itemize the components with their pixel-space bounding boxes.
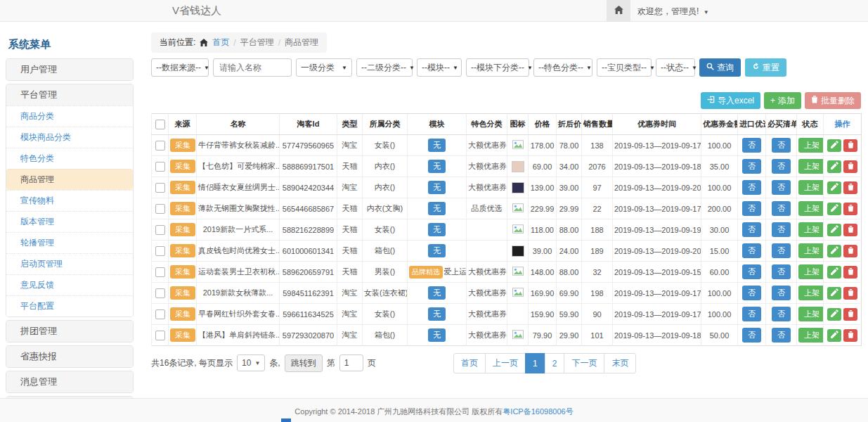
status-button[interactable]: 上架 <box>798 138 824 153</box>
row-checkbox[interactable] <box>155 141 165 151</box>
edit-button[interactable] <box>827 203 841 215</box>
status-button[interactable]: 上架 <box>798 243 824 258</box>
must-buy-toggle-button[interactable]: 否 <box>772 243 791 258</box>
delete-button[interactable] <box>843 329 857 342</box>
import-toggle-button[interactable]: 否 <box>742 138 761 153</box>
must-buy-toggle-button[interactable]: 否 <box>772 159 791 174</box>
breadcrumb-home-link[interactable]: 首页 <box>212 37 229 49</box>
import-toggle-button[interactable]: 否 <box>742 159 761 174</box>
must-buy-toggle-button[interactable]: 否 <box>772 307 791 321</box>
delete-button[interactable] <box>843 160 857 173</box>
home-button[interactable] <box>607 0 630 21</box>
import-toggle-button[interactable]: 否 <box>742 328 761 343</box>
status-button[interactable]: 上架 <box>798 286 824 300</box>
page-number-button[interactable]: 1 <box>525 353 545 373</box>
import-toggle-button[interactable]: 否 <box>742 243 761 258</box>
sidebar-item-version-mgmt[interactable]: 版本管理 <box>6 211 133 232</box>
row-checkbox[interactable] <box>155 309 165 319</box>
icp-link[interactable]: 粤ICP备16098006号 <box>503 407 573 416</box>
edit-button[interactable] <box>827 308 841 321</box>
sidebar-item-user-mgmt[interactable]: 用户管理 <box>6 59 133 80</box>
row-checkbox[interactable] <box>155 204 165 214</box>
sidebar-item-saving-express[interactable]: 省惠快报 <box>6 346 133 367</box>
import-toggle-button[interactable]: 否 <box>742 307 761 321</box>
must-buy-toggle-button[interactable]: 否 <box>772 264 791 279</box>
page-next-button[interactable]: 下一页 <box>564 353 604 373</box>
edit-button[interactable] <box>827 224 841 236</box>
batch-delete-button[interactable]: 批量删除 <box>805 92 861 109</box>
delete-button[interactable] <box>843 266 857 279</box>
status-button[interactable]: 上架 <box>798 222 824 237</box>
must-buy-toggle-button[interactable]: 否 <box>772 201 791 216</box>
status-button[interactable]: 上架 <box>798 307 824 321</box>
row-checkbox[interactable] <box>155 183 165 193</box>
must-buy-toggle-button[interactable]: 否 <box>772 138 791 153</box>
page-last-button[interactable]: 末页 <box>604 353 636 373</box>
edit-button[interactable] <box>827 266 841 279</box>
jump-button[interactable]: 跳转到 <box>285 354 323 372</box>
import-toggle-button[interactable]: 否 <box>742 286 761 300</box>
sidebar-item-feature-category[interactable]: 特色分类 <box>6 148 133 169</box>
delete-button[interactable] <box>843 203 857 215</box>
sidebar-item-goods-category[interactable]: 商品分类 <box>6 106 133 127</box>
page-prev-button[interactable]: 上一页 <box>485 353 526 373</box>
sidebar-item-message-mgmt[interactable]: 消息管理 <box>6 371 133 392</box>
reset-button[interactable]: 重置 <box>745 58 786 77</box>
status-button[interactable]: 上架 <box>798 264 824 279</box>
import-toggle-button[interactable]: 否 <box>742 180 761 195</box>
must-buy-toggle-button[interactable]: 否 <box>772 328 791 343</box>
sidebar-item-platform-config[interactable]: 平台配置 <box>6 295 133 316</box>
query-button[interactable]: 查询 <box>699 58 741 77</box>
edit-button[interactable] <box>827 181 841 194</box>
row-checkbox[interactable] <box>155 162 165 172</box>
user-menu[interactable]: 欢迎您，管理员! ▼ <box>637 6 709 18</box>
sidebar-item-module-goods-category[interactable]: 模块商品分类 <box>6 127 133 148</box>
sidebar-item-splash-mgmt[interactable]: 启动页管理 <box>6 253 133 274</box>
add-button[interactable]: + 添加 <box>764 92 801 109</box>
import-toggle-button[interactable]: 否 <box>742 264 761 279</box>
delete-button[interactable] <box>843 224 857 236</box>
edit-button[interactable] <box>827 287 841 300</box>
status-button[interactable]: 上架 <box>798 328 824 343</box>
delete-button[interactable] <box>843 245 857 257</box>
row-checkbox[interactable] <box>155 288 165 298</box>
row-checkbox[interactable] <box>155 331 165 340</box>
status-button[interactable]: 上架 <box>798 180 824 195</box>
row-checkbox[interactable] <box>155 246 165 256</box>
page-jump-input[interactable] <box>339 354 363 371</box>
status-filter[interactable]: --状态--▼ <box>656 58 695 77</box>
status-button[interactable]: 上架 <box>798 201 824 216</box>
status-button[interactable]: 上架 <box>798 159 824 174</box>
select-all-checkbox[interactable] <box>155 120 165 129</box>
edit-button[interactable] <box>827 139 841 152</box>
import-toggle-button[interactable]: 否 <box>742 222 761 237</box>
must-buy-toggle-button[interactable]: 否 <box>772 286 791 300</box>
sidebar-item-feedback[interactable]: 意见反馈 <box>6 274 133 295</box>
import-toggle-button[interactable]: 否 <box>742 201 761 216</box>
source-filter[interactable]: --数据来源--▼ <box>151 58 209 77</box>
page-number-button[interactable]: 2 <box>545 353 565 373</box>
delete-button[interactable] <box>843 139 857 152</box>
edit-button[interactable] <box>827 329 841 342</box>
page-first-button[interactable]: 首页 <box>453 353 486 373</box>
feature-category-filter[interactable]: --特色分类--▼ <box>533 58 592 77</box>
sidebar-item-goods-mgmt[interactable]: 商品管理 <box>6 169 133 190</box>
sidebar-item-group-buy-mgmt[interactable]: 拼团管理 <box>6 321 133 342</box>
row-checkbox[interactable] <box>155 225 165 235</box>
per-page-select[interactable]: 10 ▼ <box>237 354 265 371</box>
delete-button[interactable] <box>843 287 857 300</box>
edit-button[interactable] <box>827 160 841 173</box>
sidebar-item-carousel-mgmt[interactable]: 轮播管理 <box>6 232 133 253</box>
module-sub-filter[interactable]: --模块下分类--▼ <box>466 58 529 77</box>
module-filter[interactable]: --模块--▼ <box>417 58 462 77</box>
level1-category-filter[interactable]: 一级分类▼ <box>296 58 352 77</box>
edit-button[interactable] <box>827 245 841 257</box>
delete-button[interactable] <box>843 308 857 321</box>
row-checkbox[interactable] <box>155 267 165 277</box>
import-excel-button[interactable]: 导入excel <box>701 92 760 109</box>
level2-category-filter[interactable]: --二级分类--▼ <box>356 58 413 77</box>
must-buy-toggle-button[interactable]: 否 <box>772 222 791 237</box>
sidebar-item-platform-mgmt[interactable]: 平台管理 <box>6 84 133 106</box>
sidebar-item-promo-materials[interactable]: 宣传物料 <box>6 190 133 211</box>
must-buy-toggle-button[interactable]: 否 <box>772 180 791 195</box>
